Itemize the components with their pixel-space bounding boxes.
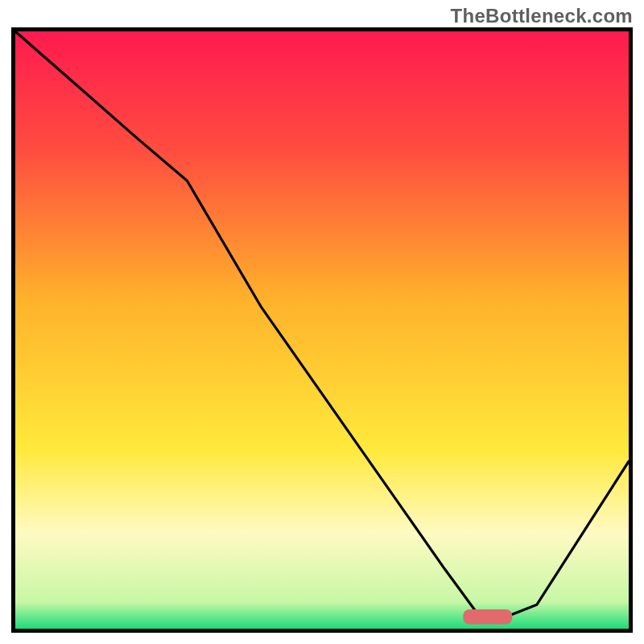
chart-frame <box>11 27 633 633</box>
watermark-text: TheBottleneck.com <box>451 5 633 27</box>
optimal-marker <box>463 609 512 625</box>
chart-container: TheBottleneck.com <box>0 0 644 644</box>
gradient-background <box>15 31 629 629</box>
chart-svg <box>15 31 629 629</box>
